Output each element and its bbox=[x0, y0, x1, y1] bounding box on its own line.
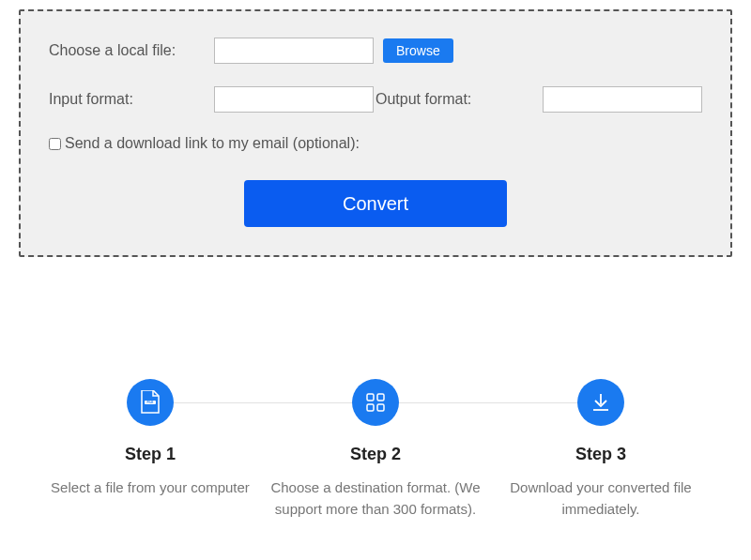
email-checkbox-row: Send a download link to my email (option… bbox=[49, 135, 702, 152]
svg-rect-2 bbox=[367, 394, 374, 401]
output-format-field[interactable] bbox=[543, 86, 702, 113]
svg-rect-5 bbox=[377, 404, 384, 411]
step-1: FILE Step 1 Select a file from your comp… bbox=[38, 379, 263, 499]
step-1-desc: Select a file from your computer bbox=[45, 477, 255, 499]
file-icon: FILE bbox=[127, 379, 174, 426]
step-3-desc: Download your converted file immediately… bbox=[496, 477, 706, 520]
step-3: Step 3 Download your converted file imme… bbox=[488, 379, 713, 520]
email-checkbox-label: Send a download link to my email (option… bbox=[65, 135, 360, 152]
steps-container: FILE Step 1 Select a file from your comp… bbox=[38, 379, 713, 520]
step-2-title: Step 2 bbox=[270, 445, 481, 464]
grid-icon bbox=[352, 379, 399, 426]
file-input[interactable] bbox=[214, 38, 374, 64]
input-format-field[interactable] bbox=[214, 86, 374, 113]
step-2: Step 2 Choose a destination format. (We … bbox=[263, 379, 488, 520]
step-1-title: Step 1 bbox=[45, 445, 255, 464]
choose-file-label: Choose a local file: bbox=[49, 42, 214, 59]
file-row: Choose a local file: Browse bbox=[49, 38, 702, 64]
input-format-label: Input format: bbox=[49, 91, 214, 108]
output-format-label: Output format: bbox=[376, 91, 535, 108]
svg-text:FILE: FILE bbox=[147, 401, 154, 404]
format-row: Input format: Output format: bbox=[49, 86, 702, 113]
svg-rect-3 bbox=[377, 394, 384, 401]
browse-button[interactable]: Browse bbox=[383, 38, 453, 63]
step-3-title: Step 3 bbox=[496, 445, 706, 464]
download-icon bbox=[577, 379, 624, 426]
svg-rect-4 bbox=[367, 404, 374, 411]
email-checkbox[interactable] bbox=[49, 138, 61, 150]
convert-button[interactable]: Convert bbox=[244, 180, 507, 227]
convert-row: Convert bbox=[49, 180, 702, 227]
step-2-desc: Choose a destination format. (We support… bbox=[270, 477, 481, 520]
upload-form-panel: Choose a local file: Browse Input format… bbox=[19, 9, 732, 257]
